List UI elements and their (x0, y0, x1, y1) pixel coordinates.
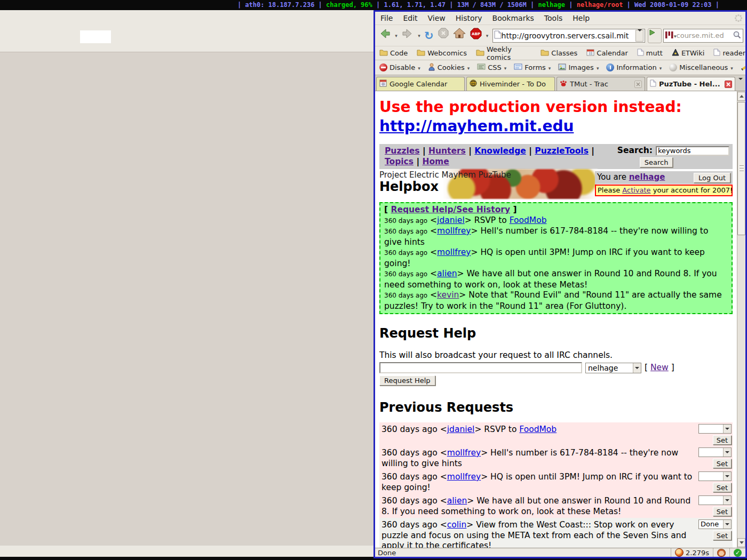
nav-puzzles[interactable]: Puzzles (385, 146, 420, 156)
user-link[interactable]: mollfrey (447, 472, 481, 482)
tab-google-calendar[interactable]: Google Calendar (376, 77, 465, 91)
search-input[interactable] (677, 31, 733, 39)
site-search-input[interactable] (656, 146, 729, 156)
home-button[interactable] (452, 27, 467, 44)
close-icon[interactable] (725, 81, 732, 88)
foodmob-link[interactable]: FoodMob (519, 425, 557, 434)
nav-home[interactable]: Home (422, 157, 449, 166)
menu-help[interactable]: Help (573, 14, 590, 22)
row-text: 360 days ago <mollfrey> HQ is open until… (382, 471, 696, 493)
stop-button[interactable] (436, 27, 450, 44)
webdev-outline[interactable]: Outline (741, 63, 745, 71)
request-help-button[interactable]: Request Help (379, 375, 435, 386)
user-link[interactable]: mollfrey (447, 448, 481, 458)
scroll-up-button[interactable] (737, 92, 745, 101)
tab-tmut-trac[interactable]: TMut - Trac (557, 77, 645, 91)
activate-link[interactable]: Activate (622, 186, 650, 194)
url-input[interactable] (502, 31, 635, 40)
bookmark-folder-code[interactable]: Code (379, 49, 408, 58)
url-history-dropdown[interactable] (635, 30, 643, 42)
vertical-scrollbar[interactable] (737, 91, 745, 548)
set-button[interactable]: Set (713, 435, 732, 445)
bookmark-etwiki[interactable]: ETWiki (672, 49, 704, 58)
bookmark-folder-webcomics[interactable]: Webcomics (417, 49, 467, 58)
greasemonkey-toggle[interactable] (713, 548, 729, 557)
table-row: 360 days ago <colin> View from the West … (379, 518, 733, 548)
bracket: < (427, 226, 437, 236)
user-link[interactable]: jdaniel (447, 425, 475, 434)
magnifier-icon[interactable] (733, 30, 742, 41)
set-button[interactable]: Set (713, 531, 732, 540)
set-button[interactable]: Set (713, 483, 732, 492)
webdev-information[interactable]: Information (606, 63, 662, 71)
adblock-icon[interactable]: ABP (468, 27, 483, 44)
user-link[interactable]: mollfrey (437, 226, 471, 236)
adblock-dropdown[interactable] (485, 27, 490, 44)
bracket: < (427, 247, 437, 257)
reload-button[interactable]: ↻ (423, 27, 435, 44)
bookmark-folder-classes[interactable]: Classes (541, 49, 577, 58)
forward-button[interactable] (400, 27, 415, 44)
owner-select[interactable]: nelhage (585, 363, 641, 373)
menu-view[interactable]: View (428, 14, 446, 22)
fasterfox-timer[interactable]: 2.279s (671, 548, 713, 557)
tab-list-dropdown[interactable] (737, 78, 744, 89)
status-select[interactable] (698, 447, 732, 457)
bookmark-mutt[interactable]: mutt (637, 49, 663, 58)
request-help-input[interactable] (379, 362, 582, 373)
webdev-css[interactable]: CSS (477, 63, 506, 71)
nav-topics[interactable]: Topics (385, 157, 414, 166)
status-ip: | ath0: 18.187.7.236 | (237, 1, 326, 9)
tab-hiveminder[interactable]: Hiveminder - To Do (466, 77, 555, 91)
validator-status[interactable] (729, 548, 745, 557)
webdev-forms[interactable]: Forms (514, 63, 551, 71)
webdev-disable[interactable]: Disable (379, 63, 420, 71)
webdev-miscellaneous[interactable]: Miscellaneous (669, 63, 733, 71)
request-history-link[interactable]: Request Help/See History (391, 205, 510, 214)
menu-history[interactable]: History (456, 14, 482, 22)
menu-file[interactable]: File (380, 14, 393, 22)
logout-button[interactable]: Log Out (694, 173, 730, 183)
bookmark-reader[interactable]: reader (713, 49, 745, 58)
forward-dropdown[interactable] (417, 27, 422, 44)
set-button[interactable]: Set (713, 507, 732, 516)
site-search-button[interactable]: Search (640, 157, 673, 167)
webdev-cookies[interactable]: Cookies (428, 63, 470, 73)
close-icon[interactable] (634, 81, 642, 88)
status-select[interactable] (698, 495, 732, 505)
bookmark-calendar[interactable]: Calendar (586, 49, 627, 58)
new-link[interactable]: New (650, 363, 669, 372)
user-link[interactable]: kevin (437, 290, 459, 300)
username-link[interactable]: nelhage (629, 172, 665, 182)
nav-hunters[interactable]: Hunters (428, 146, 466, 156)
go-button[interactable] (648, 28, 662, 43)
back-dropdown[interactable] (394, 27, 399, 44)
user-link[interactable]: mollfrey (437, 247, 471, 257)
bookmark-folder-weekly-comics[interactable]: Weekly comics (476, 45, 531, 61)
back-button[interactable] (377, 27, 392, 44)
user-link[interactable]: alien (447, 496, 467, 506)
user-link[interactable]: colin (447, 520, 466, 530)
menu-edit[interactable]: Edit (403, 14, 417, 22)
scroll-down-button[interactable] (737, 538, 745, 547)
chevron-down-icon (467, 63, 470, 71)
search-engine-icon[interactable] (665, 31, 674, 41)
user-link[interactable]: jdaniel (437, 215, 465, 225)
webdev-images[interactable]: Images (558, 63, 599, 72)
tab-puztube[interactable]: PuzTube - Hel... (647, 77, 735, 91)
scrollbar-thumb[interactable] (737, 102, 745, 235)
throbber-icon (734, 14, 743, 24)
menu-tools[interactable]: Tools (544, 14, 563, 22)
webdev-label: Cookies (438, 63, 465, 71)
user-link[interactable]: alien (437, 269, 457, 278)
status-select[interactable] (698, 471, 732, 481)
bracket: > (465, 215, 474, 225)
status-select[interactable] (698, 424, 732, 434)
status-select[interactable]: Done (698, 519, 732, 529)
nav-knowledge[interactable]: Knowledge (474, 146, 526, 156)
menu-bookmarks[interactable]: Bookmarks (492, 14, 534, 22)
set-button[interactable]: Set (713, 459, 732, 468)
nav-puzzletools[interactable]: PuzzleTools (535, 146, 589, 156)
foodmob-link[interactable]: FoodMob (510, 215, 547, 225)
mayhem-link[interactable]: http://mayhem.mit.edu (379, 117, 574, 135)
